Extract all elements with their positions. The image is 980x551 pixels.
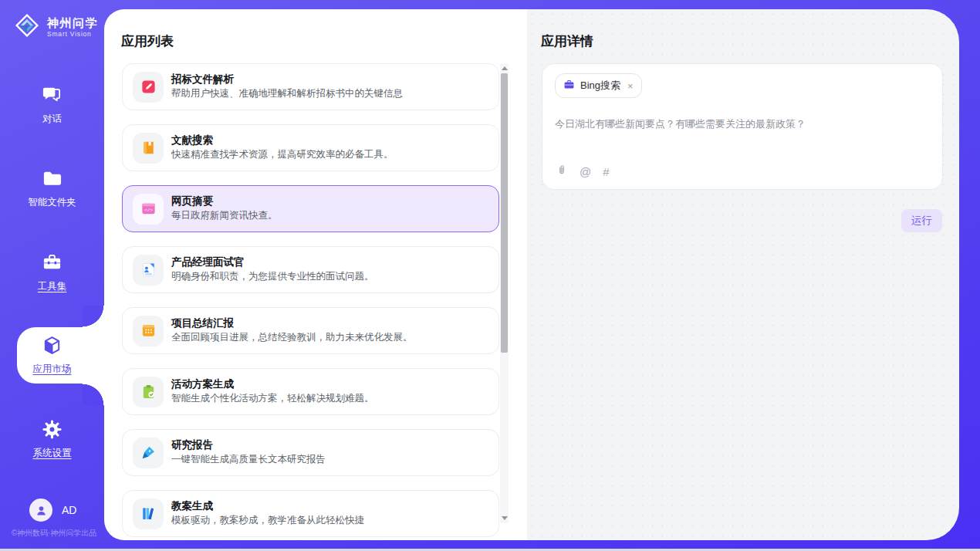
app-card-title: 文献搜索	[171, 135, 394, 147]
app-card-title: 研究报告	[171, 440, 326, 451]
svg-text:</>: </>	[144, 208, 152, 213]
sidebar-item-label: 系统设置	[33, 448, 72, 458]
user-row: AD	[29, 499, 76, 522]
app-card-desc: 一键智能生成高质量长文本研究报告	[171, 455, 326, 465]
mention-icon[interactable]: @	[580, 166, 591, 177]
app-card[interactable]: 文献搜索 快速精准查找学术资源，提高研究效率的必备工具。	[122, 124, 499, 171]
tool-chip-label: Bing搜索	[580, 79, 620, 93]
user-initials: AD	[62, 504, 76, 516]
composer-toolbar: @ #	[556, 164, 610, 179]
sidebar-item-smart-folder[interactable]: 智能文件夹	[0, 168, 104, 208]
edit-square-icon	[133, 72, 164, 103]
book-icon	[133, 133, 164, 164]
app-detail-title: 应用详情	[541, 32, 593, 50]
sidebar-item-label: 智能文件夹	[28, 198, 76, 208]
note-icon	[133, 316, 164, 346]
app-card-desc: 全面回顾项目进展，总结经验教训，助力未来优化发展。	[171, 333, 413, 343]
scroll-up-arrow[interactable]	[502, 66, 508, 70]
sidebar-item-label: 应用市场	[33, 364, 72, 374]
webpage-code-icon: </>	[133, 194, 164, 225]
gear-icon	[42, 419, 63, 443]
app-list-title: 应用列表	[121, 32, 174, 50]
app-card-list: 招标文件解析 帮助用户快速、准确地理解和解析招标书中的关键信息 文献搜索 快速精…	[122, 63, 499, 540]
copyright-footer: ©神州数码·神州问学出品	[0, 528, 108, 539]
paperclip-icon[interactable]	[556, 164, 568, 179]
interviewer-doc-icon	[133, 255, 164, 286]
prompt-card: Bing搜索 × 今日湖北有哪些新闻要点？有哪些需要关注的最新政策？ @ #	[542, 63, 943, 190]
app-card-title: 网页摘要	[171, 196, 278, 208]
scroll-down-arrow[interactable]	[502, 516, 508, 520]
person-icon	[35, 504, 48, 517]
app-card-title: 活动方案生成	[171, 379, 374, 390]
app-list-panel: 应用列表 招标文件解析 帮助用户快速、准确地理解和解析招标书中的关键信息	[104, 9, 527, 540]
app-window: { "brand": { "name": "神州问学", "subtitle":…	[0, 0, 980, 551]
folder-icon	[42, 168, 63, 192]
app-card[interactable]: 研究报告 一键智能生成高质量长文本研究报告	[122, 429, 499, 476]
clipboard-check-icon	[133, 377, 164, 407]
chip-close-icon[interactable]: ×	[627, 80, 634, 92]
app-card[interactable]: 项目总结汇报 全面回顾项目进展，总结经验教训，助力未来优化发展。	[122, 307, 499, 354]
sidebar-item-label: 对话	[42, 114, 62, 124]
app-card-desc: 明确身份和职责，为您提供专业性的面试问题。	[171, 272, 374, 282]
scrollbar[interactable]	[500, 63, 509, 523]
app-card-title: 项目总结汇报	[171, 318, 413, 330]
active-nav-bubble-curve-top	[83, 306, 104, 327]
scrollbar-thumb[interactable]	[501, 73, 508, 353]
pen-icon	[133, 438, 164, 468]
sidebar-item-label: 工具集	[38, 282, 67, 292]
app-card[interactable]: 产品经理面试官 明确身份和职责，为您提供专业性的面试问题。	[122, 246, 499, 293]
brand-diamond-icon	[12, 11, 42, 43]
tool-chip[interactable]: Bing搜索 ×	[555, 73, 642, 98]
app-card-desc: 每日政府新闻资讯快查。	[171, 211, 278, 221]
brand-logo: 神州问学 Smart Vision	[12, 11, 98, 43]
brand-name: 神州问学	[47, 16, 98, 29]
app-detail-panel: 应用详情 Bing搜索 × 今日湖北有哪些新闻要点？有哪些需要关注的最新政策？	[527, 9, 959, 540]
sidebar-item-app-market[interactable]: 应用市场	[0, 335, 104, 374]
toolbox-icon	[42, 252, 63, 276]
prompt-text-input[interactable]: 今日湖北有哪些新闻要点？有哪些需要关注的最新政策？	[555, 117, 930, 131]
books-icon	[133, 499, 164, 529]
app-card-desc: 智能生成个性化活动方案，轻松解决规划难题。	[171, 394, 374, 404]
sidebar-item-chat[interactable]: 对话	[0, 85, 104, 124]
app-card[interactable]: 教案生成 模板驱动，教案秒成，教学准备从此轻松快捷	[122, 490, 499, 537]
run-button[interactable]: 运行	[901, 209, 942, 232]
app-card-desc: 模板驱动，教案秒成，教学准备从此轻松快捷	[171, 516, 364, 526]
app-card-selected[interactable]: </> 网页摘要 每日政府新闻资讯快查。	[122, 185, 499, 232]
sidebar-item-toolset[interactable]: 工具集	[0, 252, 104, 292]
sidebar-item-system-settings[interactable]: 系统设置	[0, 419, 104, 458]
app-card-title: 招标文件解析	[171, 74, 403, 86]
app-card-title: 产品经理面试官	[171, 257, 374, 269]
briefcase-icon	[563, 79, 575, 93]
brand-subtitle: Smart Vision	[47, 30, 98, 38]
app-card[interactable]: 活动方案生成 智能生成个性化活动方案，轻松解决规划难题。	[122, 368, 499, 415]
app-card-desc: 快速精准查找学术资源，提高研究效率的必备工具。	[171, 150, 394, 161]
content-area: 应用列表 招标文件解析 帮助用户快速、准确地理解和解析招标书中的关键信息	[104, 9, 959, 540]
chat-icon	[42, 85, 63, 109]
active-nav-bubble-curve-bottom	[83, 384, 104, 405]
hash-icon[interactable]: #	[603, 166, 609, 177]
app-card[interactable]: 招标文件解析 帮助用户快速、准确地理解和解析招标书中的关键信息	[122, 63, 499, 110]
app-card-desc: 帮助用户快速、准确地理解和解析招标书中的关键信息	[171, 89, 403, 100]
cube-icon	[42, 335, 63, 359]
app-card-title: 教案生成	[171, 501, 364, 512]
user-avatar[interactable]	[29, 499, 52, 522]
